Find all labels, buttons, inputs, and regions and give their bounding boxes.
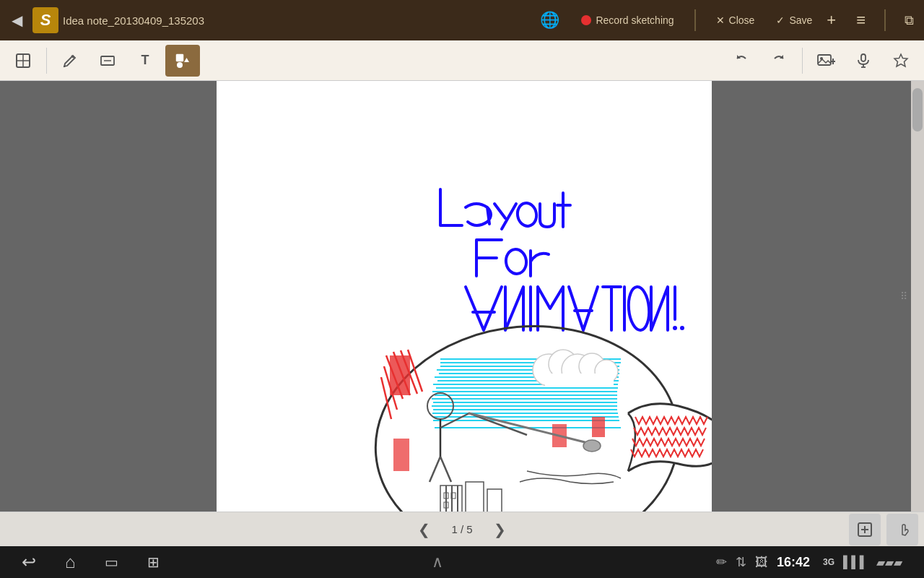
svg-point-8: [177, 62, 183, 68]
title-bar: ◀ S Idea note_20130409_135203 🌐 Record s…: [0, 0, 924, 40]
close-button[interactable]: ✕ Close: [712, 12, 759, 29]
menu-button[interactable]: ≡: [852, 8, 870, 33]
svg-rect-6: [176, 54, 183, 61]
bottom-nav-right: ✏ ⇅ 🖼 16:42 3G ▌▌▌ ▰▰▰: [716, 554, 902, 570]
svg-marker-16: [894, 54, 907, 66]
globe-button[interactable]: 🌐: [536, 8, 564, 33]
time-display: 16:42: [777, 555, 810, 570]
record-sketching-label: Record sketching: [596, 14, 674, 26]
main-sketch: [366, 314, 712, 512]
toolbar: T: [0, 40, 924, 81]
sketch-drawing: [217, 81, 712, 512]
insert-image-button[interactable]: [808, 45, 843, 77]
add-icon: +: [827, 11, 836, 30]
text-tool-label: T: [141, 53, 149, 68]
svg-rect-61: [592, 417, 605, 437]
svg-marker-7: [184, 58, 189, 62]
separator2: [884, 9, 886, 31]
bookmark-button[interactable]: [884, 45, 918, 77]
network-type: 3G: [823, 557, 834, 567]
insert-image-icon: [816, 51, 835, 70]
svg-point-17: [515, 202, 538, 228]
add-page-icon: [857, 522, 873, 538]
bottom-nav-center: ∧: [432, 553, 443, 571]
add-button[interactable]: +: [822, 8, 840, 33]
undo-button[interactable]: [724, 45, 759, 77]
view-icon: ⧉: [905, 13, 914, 28]
battery-icon: ▰▰▰: [876, 556, 902, 569]
svg-rect-60: [393, 439, 409, 471]
star-icon: [892, 52, 910, 69]
canvas-wrapper[interactable]: ⠿: [217, 81, 924, 512]
android-grid-button[interactable]: ⊞: [147, 553, 160, 571]
view-button[interactable]: ⧉: [900, 10, 918, 31]
android-home-button[interactable]: ⌂: [65, 552, 76, 572]
globe-icon: 🌐: [540, 11, 559, 30]
toolbar-right: [724, 45, 918, 77]
document-title: Idea note_20130409_135203: [63, 14, 204, 27]
page-nav-bar: ❮ 1 / 5 ❯: [0, 512, 924, 546]
scroll-thumb[interactable]: [912, 88, 923, 131]
save-button[interactable]: ✓ Save: [772, 12, 816, 29]
add-page-button[interactable]: [849, 514, 881, 545]
svg-rect-9: [818, 55, 831, 65]
textbox-tool[interactable]: [90, 45, 125, 77]
toolbar-sep1: [46, 48, 47, 74]
page-nav-actions: [849, 514, 918, 545]
svg-rect-65: [487, 489, 502, 512]
back-button[interactable]: ◀: [6, 9, 28, 32]
prev-page-button[interactable]: ❮: [408, 514, 440, 545]
app-icon: S: [32, 7, 58, 33]
shapes-icon: [174, 52, 191, 69]
svg-point-24: [680, 326, 684, 330]
android-recents-button[interactable]: ▭: [105, 553, 118, 571]
scroll-indicator: ⠿: [900, 290, 908, 302]
next-page-button[interactable]: ❯: [484, 514, 516, 545]
android-back-button[interactable]: ↩: [22, 552, 36, 572]
main-area: ⠿: [0, 81, 924, 512]
undo-icon: [732, 51, 751, 70]
finger-tool-button[interactable]: [886, 514, 918, 545]
bottom-nav-left: ↩ ⌂ ▭ ⊞: [22, 552, 160, 572]
svg-rect-13: [861, 54, 866, 61]
record-audio-button[interactable]: [846, 45, 881, 77]
select-icon: [14, 52, 32, 69]
svg-rect-59: [390, 355, 410, 395]
save-label: Save: [789, 14, 812, 26]
connectivity-icon: ⇅: [736, 554, 746, 570]
scrollbar[interactable]: [911, 81, 924, 512]
microphone-icon: [855, 52, 872, 69]
redo-icon: [770, 51, 788, 70]
check-icon: ✓: [776, 14, 785, 26]
close-icon: ✕: [716, 14, 725, 26]
pen-icon: [61, 52, 79, 69]
text-tool[interactable]: T: [128, 45, 162, 77]
select-tool[interactable]: [6, 45, 40, 77]
sketch-title: [440, 189, 684, 331]
menu-icon: ≡: [856, 11, 866, 30]
bottom-nav-bar: ↩ ⌂ ▭ ⊞ ∧ ✏ ⇅ 🖼 16:42 3G ▌▌▌ ▰▰▰: [0, 546, 924, 578]
gallery-icon: 🖼: [755, 555, 768, 570]
svg-point-72: [583, 440, 601, 452]
toolbar-sep2: [802, 48, 803, 74]
close-label: Close: [729, 14, 755, 26]
shapes-tool[interactable]: [165, 45, 200, 77]
record-dot-icon: [581, 15, 591, 25]
left-panel: [0, 81, 217, 512]
svg-point-23: [673, 326, 677, 330]
finger-icon: [894, 522, 910, 538]
record-sketching-button[interactable]: Record sketching: [577, 12, 678, 29]
textbox-icon: [99, 52, 116, 69]
svg-point-21: [627, 286, 650, 331]
page-indicator: 1 / 5: [440, 523, 484, 535]
redo-button[interactable]: [762, 45, 796, 77]
canvas-area[interactable]: [217, 81, 712, 512]
stylus-icon: ✏: [716, 554, 727, 570]
pen-tool[interactable]: [53, 45, 87, 77]
svg-rect-64: [466, 482, 484, 512]
svg-rect-56: [545, 374, 614, 387]
up-chevron: ∧: [432, 553, 443, 571]
signal-icon: ▌▌▌: [843, 556, 868, 569]
separator: [694, 9, 696, 31]
svg-point-18: [505, 248, 528, 275]
